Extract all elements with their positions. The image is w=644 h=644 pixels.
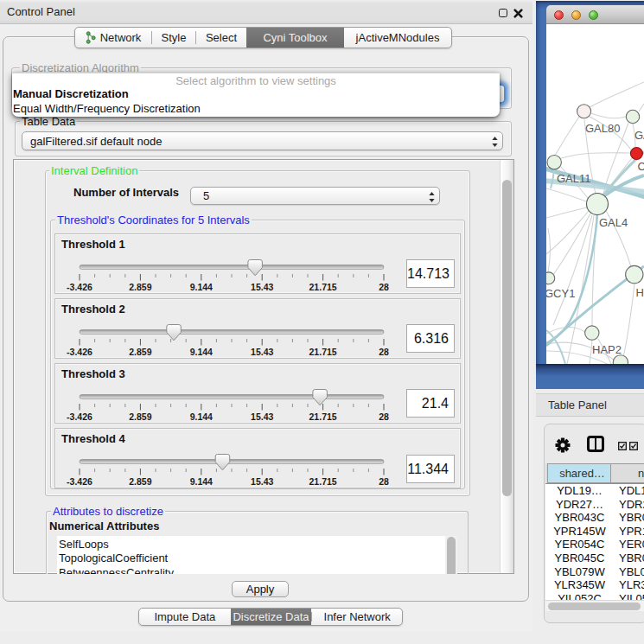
svg-text:2.859: 2.859 xyxy=(129,476,151,487)
svg-text:2.859: 2.859 xyxy=(129,411,151,421)
svg-text:H: H xyxy=(636,286,644,299)
svg-text:-3.426: -3.426 xyxy=(67,476,92,487)
svg-text:GCY1: GCY1 xyxy=(546,287,575,300)
svg-text:21.715: 21.715 xyxy=(309,476,337,487)
svg-text:2.859: 2.859 xyxy=(129,346,151,356)
svg-text:28: 28 xyxy=(379,346,389,356)
svg-text:GAL4: GAL4 xyxy=(599,216,628,229)
svg-text:21.715: 21.715 xyxy=(309,346,337,356)
svg-text:15.43: 15.43 xyxy=(251,346,273,356)
svg-text:-3.426: -3.426 xyxy=(67,411,92,421)
svg-text:15.43: 15.43 xyxy=(251,476,273,487)
svg-text:GAL11: GAL11 xyxy=(557,172,591,185)
svg-text:9.144: 9.144 xyxy=(190,476,213,487)
svg-text:28: 28 xyxy=(379,281,389,291)
svg-text:-3.426: -3.426 xyxy=(67,346,92,356)
svg-text:9.144: 9.144 xyxy=(190,281,213,291)
svg-text:15.43: 15.43 xyxy=(251,411,273,421)
svg-text:15.43: 15.43 xyxy=(251,281,273,291)
svg-text:C: C xyxy=(638,160,644,173)
svg-text:2.859: 2.859 xyxy=(129,281,151,291)
svg-text:-3.426: -3.426 xyxy=(67,281,92,291)
svg-text:9.144: 9.144 xyxy=(190,346,213,356)
svg-text:21.715: 21.715 xyxy=(309,281,337,291)
svg-text:GA: GA xyxy=(634,129,644,142)
svg-text:HAP2: HAP2 xyxy=(592,343,622,356)
svg-text:21.715: 21.715 xyxy=(309,411,337,421)
svg-text:28: 28 xyxy=(379,476,389,487)
svg-text:9.144: 9.144 xyxy=(190,411,213,421)
svg-text:28: 28 xyxy=(379,411,389,421)
svg-text:GAL80: GAL80 xyxy=(585,122,620,135)
